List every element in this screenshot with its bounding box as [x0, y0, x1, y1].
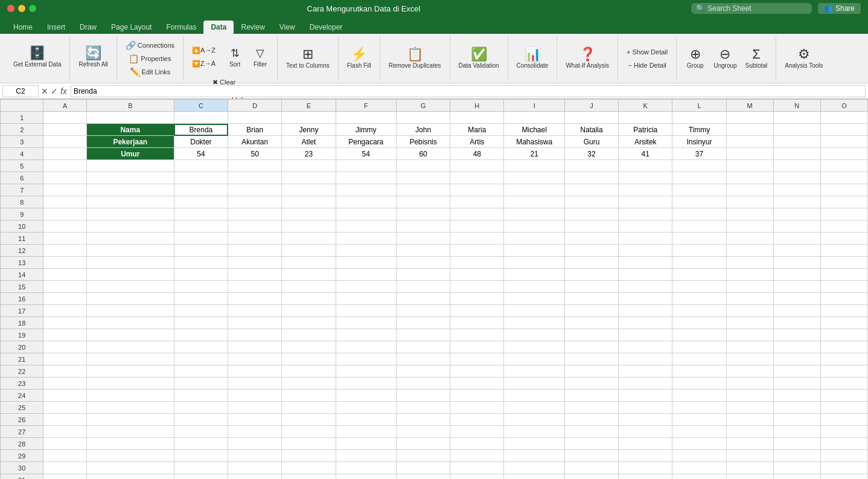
- table-cell[interactable]: [336, 112, 396, 124]
- table-cell[interactable]: [282, 365, 336, 378]
- table-cell[interactable]: [672, 281, 726, 293]
- table-cell[interactable]: [86, 402, 174, 414]
- table-cell[interactable]: [619, 414, 672, 426]
- table-cell[interactable]: [619, 390, 672, 402]
- table-cell[interactable]: [228, 438, 282, 450]
- table-cell[interactable]: [228, 196, 282, 208]
- table-cell[interactable]: [564, 305, 618, 317]
- table-cell[interactable]: [396, 329, 450, 341]
- table-cell[interactable]: [174, 160, 228, 172]
- table-cell[interactable]: [396, 305, 450, 317]
- table-cell[interactable]: Pengacara: [336, 136, 396, 148]
- table-cell[interactable]: [672, 172, 726, 184]
- table-cell[interactable]: [726, 220, 773, 233]
- table-cell[interactable]: [86, 245, 174, 257]
- table-cell[interactable]: [396, 474, 450, 480]
- table-cell[interactable]: [228, 208, 282, 220]
- table-cell[interactable]: [672, 426, 726, 438]
- table-cell[interactable]: [450, 305, 504, 317]
- table-cell[interactable]: [773, 438, 820, 450]
- sort-za-button[interactable]: 🔽 Z→A: [188, 57, 219, 69]
- table-cell[interactable]: [228, 426, 282, 438]
- table-cell[interactable]: [820, 317, 867, 329]
- table-cell[interactable]: [282, 474, 336, 480]
- tab-data[interactable]: Data: [203, 21, 234, 34]
- table-cell[interactable]: [86, 220, 174, 233]
- table-cell[interactable]: [726, 184, 773, 196]
- table-cell[interactable]: [564, 414, 618, 426]
- table-cell[interactable]: [86, 341, 174, 353]
- table-cell[interactable]: [726, 353, 773, 365]
- remove-duplicates-button[interactable]: 📋 Remove Duplicates: [385, 39, 445, 78]
- table-cell[interactable]: [504, 220, 564, 233]
- table-cell[interactable]: [619, 245, 672, 257]
- table-cell[interactable]: [504, 293, 564, 305]
- table-cell[interactable]: [86, 160, 174, 172]
- row-header-3[interactable]: 3: [1, 136, 43, 148]
- table-cell[interactable]: Guru: [564, 136, 618, 148]
- table-cell[interactable]: [564, 353, 618, 365]
- table-cell[interactable]: [450, 293, 504, 305]
- row-header-6[interactable]: 6: [1, 172, 43, 184]
- table-cell[interactable]: [820, 196, 867, 208]
- col-header-D[interactable]: D: [228, 100, 282, 112]
- table-cell[interactable]: [820, 245, 867, 257]
- table-cell[interactable]: [228, 184, 282, 196]
- table-cell[interactable]: [820, 462, 867, 474]
- filter-button[interactable]: ▽ Filter: [248, 37, 272, 76]
- table-cell[interactable]: [504, 305, 564, 317]
- table-cell[interactable]: [336, 257, 396, 269]
- table-cell[interactable]: [450, 208, 504, 220]
- minimize-button[interactable]: [18, 5, 25, 12]
- table-cell[interactable]: [396, 293, 450, 305]
- table-cell[interactable]: [773, 365, 820, 378]
- col-header-O[interactable]: O: [820, 100, 867, 112]
- row-header-16[interactable]: 16: [1, 293, 43, 305]
- table-cell[interactable]: [43, 390, 86, 402]
- table-cell[interactable]: [282, 257, 336, 269]
- table-cell[interactable]: [174, 462, 228, 474]
- table-cell[interactable]: [672, 293, 726, 305]
- table-cell[interactable]: Arsitek: [619, 136, 672, 148]
- table-cell[interactable]: [820, 353, 867, 365]
- table-cell[interactable]: [336, 220, 396, 233]
- table-cell[interactable]: [43, 196, 86, 208]
- tab-review[interactable]: Review: [234, 21, 272, 34]
- table-cell[interactable]: [672, 305, 726, 317]
- table-cell[interactable]: [282, 462, 336, 474]
- table-cell[interactable]: [43, 245, 86, 257]
- table-cell[interactable]: [43, 438, 86, 450]
- close-button[interactable]: [7, 5, 14, 12]
- maximize-button[interactable]: [29, 5, 36, 12]
- table-cell[interactable]: [396, 245, 450, 257]
- table-cell[interactable]: [773, 390, 820, 402]
- table-cell[interactable]: [820, 414, 867, 426]
- table-cell[interactable]: [43, 148, 86, 160]
- table-cell[interactable]: Umur: [86, 148, 174, 160]
- table-cell[interactable]: [504, 281, 564, 293]
- table-cell[interactable]: 54: [174, 148, 228, 160]
- table-cell[interactable]: [672, 462, 726, 474]
- table-cell[interactable]: [504, 329, 564, 341]
- table-cell[interactable]: [726, 245, 773, 257]
- table-cell[interactable]: [43, 414, 86, 426]
- table-cell[interactable]: [43, 378, 86, 390]
- table-cell[interactable]: [619, 353, 672, 365]
- table-cell[interactable]: [228, 293, 282, 305]
- table-cell[interactable]: [174, 233, 228, 245]
- table-cell[interactable]: [450, 220, 504, 233]
- row-header-24[interactable]: 24: [1, 390, 43, 402]
- table-cell[interactable]: [86, 281, 174, 293]
- table-cell[interactable]: [672, 402, 726, 414]
- table-cell[interactable]: [228, 220, 282, 233]
- row-header-17[interactable]: 17: [1, 305, 43, 317]
- table-cell[interactable]: [773, 172, 820, 184]
- text-to-columns-button[interactable]: ⊞ Text to Columns: [282, 39, 333, 78]
- table-cell[interactable]: [396, 426, 450, 438]
- table-cell[interactable]: [726, 414, 773, 426]
- table-cell[interactable]: [282, 305, 336, 317]
- table-cell[interactable]: [619, 426, 672, 438]
- table-cell[interactable]: [228, 329, 282, 341]
- table-cell[interactable]: [726, 305, 773, 317]
- table-cell[interactable]: [672, 341, 726, 353]
